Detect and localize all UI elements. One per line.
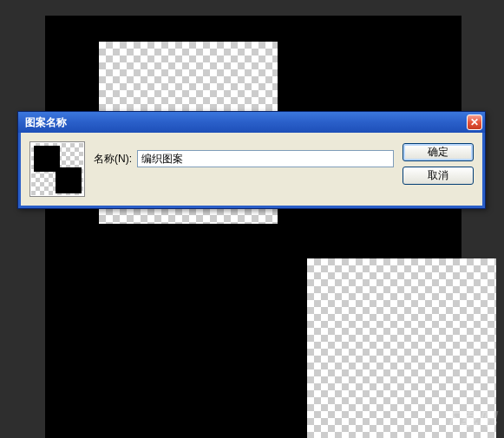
- dialog-title: 图案名称: [25, 115, 67, 130]
- dialog-body: 名称(N): 确定 取消: [18, 133, 485, 208]
- canvas-background: [45, 16, 461, 438]
- name-field-row: 名称(N):: [94, 150, 394, 167]
- dialog-titlebar[interactable]: 图案名称 ✕: [18, 112, 485, 133]
- dialog-buttons: 确定 取消: [403, 141, 474, 185]
- transparency-region-bottom: [307, 258, 496, 438]
- pattern-name-dialog: 图案名称 ✕ 名称(N): 确定 取消: [17, 111, 486, 209]
- close-icon: ✕: [470, 116, 479, 128]
- pattern-preview: [31, 143, 83, 195]
- close-button[interactable]: ✕: [467, 114, 482, 130]
- pattern-name-input[interactable]: [137, 150, 394, 167]
- pattern-preview-frame: [29, 141, 85, 197]
- name-label: 名称(N):: [94, 152, 132, 167]
- ok-button[interactable]: 确定: [403, 143, 474, 161]
- cancel-button[interactable]: 取消: [403, 167, 474, 185]
- preview-black-square: [56, 167, 82, 193]
